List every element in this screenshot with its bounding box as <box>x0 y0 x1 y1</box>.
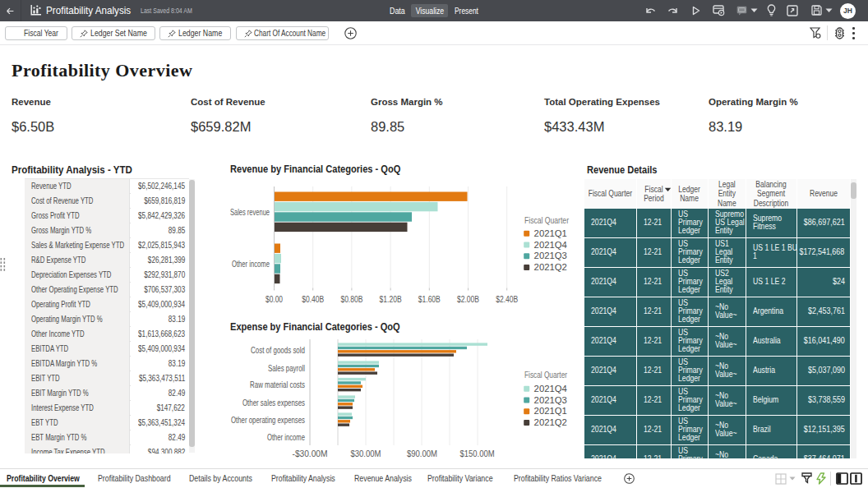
svg-text:$2.00B: $2.00B <box>457 295 479 304</box>
svg-text:2021Q1: 2021Q1 <box>534 228 567 238</box>
svg-text:$1.20B: $1.20B <box>380 295 402 304</box>
svg-text:2021Q1: 2021Q1 <box>534 406 567 416</box>
svg-text:$2.40B: $2.40B <box>496 295 518 304</box>
svg-text:Fiscal Quarter: Fiscal Quarter <box>524 370 567 380</box>
svg-text:2021Q3: 2021Q3 <box>534 395 567 405</box>
svg-text:$150.00M: $150.00M <box>460 449 495 458</box>
svg-text:Sales payroll: Sales payroll <box>268 363 305 373</box>
svg-text:Fiscal Quarter: Fiscal Quarter <box>524 215 569 225</box>
svg-text:2021Q3: 2021Q3 <box>534 251 567 260</box>
svg-text:Other income: Other income <box>232 259 270 269</box>
svg-text:Other sales expenses: Other sales expenses <box>242 398 305 407</box>
svg-text:Cost of goods sold: Cost of goods sold <box>251 345 305 355</box>
svg-text:$30.00M: $30.00M <box>351 449 381 458</box>
svg-text:Other income: Other income <box>267 432 305 442</box>
svg-text:-$30.00M: -$30.00M <box>293 449 328 458</box>
svg-text:$0.00: $0.00 <box>265 295 283 304</box>
svg-text:$90.00M: $90.00M <box>407 449 437 458</box>
svg-text:Raw material costs: Raw material costs <box>250 380 305 389</box>
svg-text:2021Q2: 2021Q2 <box>534 417 567 427</box>
svg-text:Other operating expenses: Other operating expenses <box>231 415 305 425</box>
svg-text:$0.40B: $0.40B <box>302 295 324 304</box>
svg-text:2021Q2: 2021Q2 <box>534 262 567 272</box>
svg-text:$0.80B: $0.80B <box>340 295 362 304</box>
svg-text:Sales revenue: Sales revenue <box>230 207 270 217</box>
svg-text:2021Q4: 2021Q4 <box>534 384 567 394</box>
svg-text:2021Q4: 2021Q4 <box>534 240 567 250</box>
svg-text:$1.60B: $1.60B <box>418 295 441 304</box>
